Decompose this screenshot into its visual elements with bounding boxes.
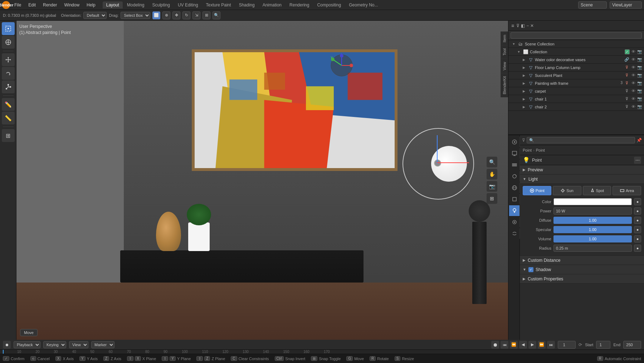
- status-cancel[interactable]: ⎋ Cancel: [30, 356, 50, 361]
- expand-chair1[interactable]: ▶: [521, 97, 526, 102]
- status-clear-constraints[interactable]: C Clear Constraints: [231, 356, 269, 361]
- status-z-axis[interactable]: Z Z Axis: [103, 356, 121, 361]
- timeline-track[interactable]: 10 20 30 40 50 60 70 80 90 100 110 120 1…: [0, 350, 644, 354]
- succulent-funnel[interactable]: ⊽: [624, 73, 630, 78]
- props-tab-constraints[interactable]: [509, 228, 520, 239]
- annotate-tool[interactable]: ✏️: [2, 98, 15, 111]
- cursor-tool[interactable]: [2, 36, 15, 49]
- timeline-jump-start[interactable]: ⏮: [501, 341, 508, 349]
- succulent-render[interactable]: 📷: [637, 73, 643, 78]
- light-center[interactable]: [434, 160, 441, 167]
- rotate-btn[interactable]: ↻: [182, 11, 190, 19]
- outliner-item-painting[interactable]: ▶ ▽ Painting with frame 3 ⊽ 👁 📷: [508, 79, 644, 87]
- outliner-item-vases[interactable]: ▶ ▽ Water color decorative vases 🔗 👁 📷: [508, 56, 644, 64]
- tab-texture-paint[interactable]: Texture Paint: [203, 1, 235, 9]
- tab-animation[interactable]: Animation: [259, 1, 285, 9]
- props-tab-view-layer[interactable]: [509, 160, 520, 170]
- outliner-minus-icon[interactable]: −: [526, 23, 529, 28]
- succulent-eye[interactable]: 👁: [630, 73, 636, 78]
- vases-link[interactable]: 🔗: [624, 57, 630, 62]
- expand-vases[interactable]: ▶: [521, 57, 526, 62]
- tab-geometry-nodes[interactable]: Geometry No...: [345, 1, 381, 9]
- 3d-viewport[interactable]: User Perspective (1) Abstract painting |…: [16, 21, 508, 340]
- sidebar-tab-item[interactable]: Item: [501, 31, 508, 45]
- status-move[interactable]: G Move: [346, 356, 364, 361]
- outliner-viewlayer-icon[interactable]: ◧: [521, 23, 525, 28]
- volume-addon-btn[interactable]: ●: [634, 235, 641, 242]
- specular-value[interactable]: 1.00: [553, 226, 632, 233]
- succulent-plant[interactable]: [187, 204, 211, 225]
- expand-collection[interactable]: ▼: [516, 49, 521, 54]
- move-tool[interactable]: [2, 53, 15, 66]
- expand-carpet[interactable]: ▶: [521, 89, 526, 94]
- add-tool[interactable]: ⊞: [2, 129, 15, 142]
- sidebar-tab-view[interactable]: View: [501, 59, 508, 73]
- power-addon-btn[interactable]: ●: [634, 207, 641, 215]
- scale-btn[interactable]: ⇲: [192, 11, 200, 19]
- painting-render[interactable]: 📷: [637, 81, 643, 85]
- outliner-item-collection[interactable]: ▼ ⬜ Collection ✓ 👁 📷: [508, 48, 644, 56]
- carpet-eye[interactable]: 👁: [630, 89, 636, 93]
- sidebar-tab-blenderkit[interactable]: BlenderKit: [501, 73, 508, 97]
- carpet-funnel[interactable]: ⊽: [624, 89, 630, 93]
- breadcrumb-point-1[interactable]: Point: [523, 148, 532, 152]
- playback-mode-icon[interactable]: ⏺: [3, 341, 11, 349]
- vases-render[interactable]: 📷: [637, 57, 643, 62]
- collection-visibility[interactable]: ✓: [625, 49, 630, 54]
- viewport-zoom-btn[interactable]: 🔍: [487, 157, 497, 167]
- color-addon-btn[interactable]: ●: [634, 198, 641, 205]
- floor-lamp-render[interactable]: 📷: [637, 65, 643, 70]
- painting-eye[interactable]: 👁: [630, 81, 636, 85]
- status-resize[interactable]: S Resize: [395, 356, 414, 361]
- move-btn[interactable]: ✥: [172, 11, 180, 19]
- status-z-plane[interactable]: ⇧ Z Z Plane: [196, 356, 225, 361]
- timeline-play-back[interactable]: ◀: [519, 341, 527, 349]
- scale-tool[interactable]: [2, 80, 15, 93]
- section-light-header[interactable]: ▼ Light: [520, 175, 644, 184]
- status-auto-constraint[interactable]: R Automatic Constraint: [597, 356, 641, 361]
- vases-eye[interactable]: 👁: [630, 57, 636, 62]
- sidebar-tab-tool[interactable]: Tool: [501, 45, 508, 58]
- section-custom-distance-header[interactable]: ▶ Custom Distance: [520, 256, 644, 265]
- tab-modeling[interactable]: Modeling: [123, 1, 148, 9]
- props-search[interactable]: [527, 137, 635, 143]
- props-pin-btn[interactable]: 📌: [636, 138, 642, 143]
- y-axis-handle[interactable]: [437, 135, 438, 164]
- outliner-close-icon[interactable]: ✕: [530, 23, 534, 28]
- props-tab-render[interactable]: [509, 137, 520, 147]
- props-tab-scene[interactable]: [509, 171, 520, 182]
- expand-scene-collection[interactable]: ▼: [511, 41, 516, 46]
- search-btn[interactable]: 🔍: [213, 11, 220, 19]
- expand-chair2[interactable]: ▶: [521, 104, 526, 109]
- shadow-checkbox[interactable]: ✓: [528, 267, 533, 272]
- props-tab-material[interactable]: [509, 217, 520, 227]
- status-x-plane[interactable]: ⇧ X X Plane: [127, 356, 156, 361]
- viewport-pan-btn[interactable]: ✋: [487, 169, 497, 180]
- carpet-render[interactable]: 📷: [637, 89, 643, 93]
- status-snap-invert[interactable]: Ctrl Snap Invert: [275, 356, 306, 361]
- x-axis-handle[interactable]: [437, 162, 469, 163]
- scene-input[interactable]: [578, 1, 607, 9]
- transform-btn[interactable]: ⊞: [203, 11, 210, 19]
- diffuse-value[interactable]: 1.00: [553, 217, 632, 224]
- outliner-item-chair2[interactable]: ▶ ▽ chair 2 ⊽ 👁 📷: [508, 103, 644, 111]
- cursor-btn[interactable]: ⊕: [162, 11, 170, 19]
- expand-succulent[interactable]: ▶: [521, 73, 526, 78]
- props-options-btn[interactable]: ⋯: [634, 157, 641, 164]
- abstract-painting[interactable]: [192, 49, 397, 171]
- plant-pot[interactable]: [188, 222, 210, 251]
- chair2-eye[interactable]: 👁: [630, 104, 636, 109]
- orientation-select[interactable]: Default Global Local: [83, 12, 107, 19]
- tab-compositing[interactable]: Compositing: [313, 1, 345, 9]
- props-filter-btn[interactable]: ⊽: [522, 138, 525, 143]
- light-type-area[interactable]: Area: [613, 186, 641, 195]
- status-y-plane[interactable]: ⇧ Y Y Plane: [162, 356, 191, 361]
- painting-funnel[interactable]: ⊽: [624, 81, 630, 85]
- outliner-filter-icon[interactable]: ⊽: [516, 23, 519, 28]
- specular-addon-btn[interactable]: ●: [634, 226, 641, 233]
- outliner-search[interactable]: [511, 32, 642, 39]
- floor-lamp-funnel[interactable]: ⊽: [624, 65, 630, 70]
- chair1-eye[interactable]: 👁: [630, 97, 636, 101]
- power-value[interactable]: 10 W: [553, 207, 632, 215]
- current-frame-input[interactable]: [558, 341, 576, 349]
